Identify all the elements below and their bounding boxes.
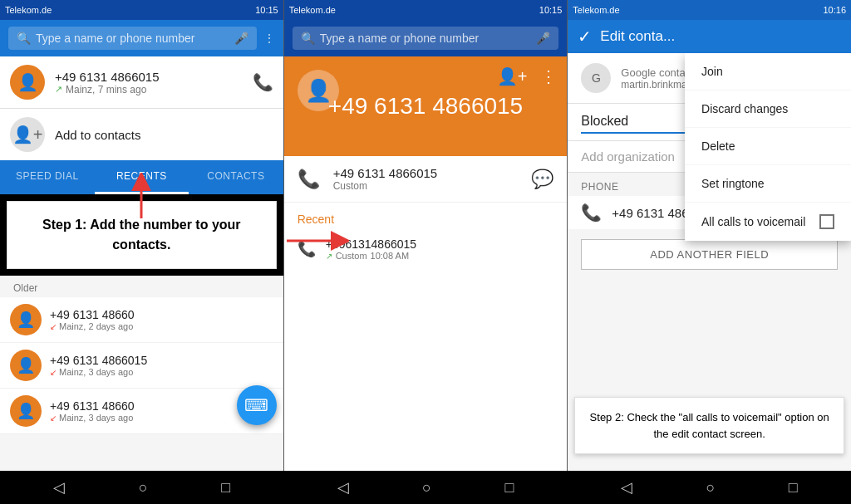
home-icon-2[interactable]: ○ <box>422 479 431 497</box>
message-icon-s2[interactable]: 💬 <box>531 169 553 190</box>
calls-list-1: Older 👤 +49 6131 48660 ↙ Mainz, 2 days a… <box>0 276 283 471</box>
call-item-2[interactable]: 👤 +49 6131 4866015 ↙ Mainz, 3 days ago <box>0 343 283 389</box>
arrow-missed-3: ↙ <box>50 413 57 423</box>
back-icon-2[interactable]: ◁ <box>337 478 349 497</box>
screen3-content: G Google contact martin.brinkmann@g... A… <box>568 53 851 471</box>
fab-dialpad[interactable]: ⌨ <box>237 385 277 425</box>
call-avatar-3: 👤 <box>10 395 42 427</box>
call-detail-1: ↙ Mainz, 2 days ago <box>50 321 273 331</box>
menu-item-delete[interactable]: Delete <box>685 128 851 165</box>
menu-item-voicemail[interactable]: All calls to voicemail <box>685 203 851 241</box>
phone-icon-s2: 📞 <box>298 169 320 190</box>
carrier-1: Telekom.de <box>5 5 52 15</box>
context-menu: Join Discard changes Delete Set ringtone… <box>685 53 851 241</box>
mic-icon-2[interactable]: 🎤 <box>536 32 550 45</box>
arrow-missed-1: ↙ <box>50 322 57 331</box>
tab-recents[interactable]: RECENTS <box>95 160 189 194</box>
more-icon-1[interactable]: ⋮ <box>263 32 275 45</box>
call-avatar-2: 👤 <box>10 350 42 381</box>
contact-location-1: ↗ Mainz, 7 mins ago <box>55 84 243 95</box>
orange-avatar: 👤 <box>298 70 339 111</box>
search-icon: 🔍 <box>17 32 31 45</box>
search-bar-1: 🔍 Type a name or phone number 🎤 ⋮ <box>0 20 283 56</box>
edit-contact-topbar: ✓ Edit conta... <box>568 20 851 53</box>
call-info-1: +49 6131 48660 ↙ Mainz, 2 days ago <box>50 308 273 331</box>
search-input-2[interactable]: 🔍 Type a name or phone number 🎤 <box>293 27 559 50</box>
tab-speed-dial[interactable]: SPEED DIAL <box>0 160 95 194</box>
add-contact-icon: 👤+ <box>10 117 45 152</box>
recent-header: Recent <box>284 203 568 231</box>
home-icon-1[interactable]: ○ <box>139 479 148 497</box>
bottom-nav-2: ◁ ○ □ <box>283 471 567 504</box>
phone-row-info: +49 6131 4866015 Custom <box>333 166 519 192</box>
add-to-contacts-row[interactable]: 👤+ Add to contacts <box>0 108 283 160</box>
status-bar-2: Telekom.de 10:15 <box>284 0 568 20</box>
phone-row-type: Custom <box>333 180 519 192</box>
orange-phone-number: +49 6131 4866015 <box>328 93 523 120</box>
phone-detail-row[interactable]: 📞 +49 6131 4866015 Custom 💬 <box>284 156 568 203</box>
search-input-1[interactable]: 🔍 Type a name or phone number 🎤 <box>8 27 257 50</box>
contact-row-preview[interactable]: 👤 +49 6131 4866015 ↗ Mainz, 7 mins ago 📞 <box>0 56 283 108</box>
add-to-contacts-label: Add to contacts <box>55 128 140 142</box>
call-avatar-1: 👤 <box>10 304 42 335</box>
arrow-recent: ↗ <box>326 252 332 261</box>
recent-call-icon: 📞 <box>298 240 316 258</box>
contact-info-1: +49 6131 4866015 ↗ Mainz, 7 mins ago <box>55 70 243 95</box>
voicemail-checkbox[interactable] <box>819 214 834 229</box>
calls-section-older: Older <box>0 276 283 297</box>
screen-3: Telekom.de 10:16 ✓ Edit conta... G Googl… <box>568 0 851 471</box>
recent-item-number: +4961314866015 <box>326 237 554 251</box>
back-icon-3[interactable]: ◁ <box>621 478 632 497</box>
search-bar-2: 🔍 Type a name or phone number 🎤 <box>284 20 568 56</box>
carrier-2: Telekom.de <box>289 5 336 15</box>
tab-contacts[interactable]: CONTACTS <box>189 160 283 194</box>
add-contact-orange-btn[interactable]: 👤+ <box>497 66 528 86</box>
call-detail-2: ↙ Mainz, 3 days ago <box>50 367 273 377</box>
check-icon[interactable]: ✓ <box>578 27 592 46</box>
status-bar-1: Telekom.de 10:15 <box>0 0 283 20</box>
carrier-3: Telekom.de <box>573 5 619 15</box>
recents-icon-3[interactable]: □ <box>789 479 798 497</box>
bottom-nav-3: ◁ ○ □ <box>568 471 851 504</box>
mic-icon[interactable]: 🎤 <box>234 32 248 45</box>
orange-contact-header: 👤 +49 6131 4866015 👤+ ⋮ <box>284 56 568 156</box>
tooltip-2: Step 2: Check the "all calls to voicemai… <box>574 397 844 454</box>
back-icon-1[interactable]: ◁ <box>53 478 65 497</box>
bottom-nav-bar: ◁ ○ □ ◁ ○ □ ◁ ○ □ <box>0 471 851 504</box>
menu-item-join[interactable]: Join <box>685 53 851 91</box>
menu-item-discard[interactable]: Discard changes <box>685 91 851 128</box>
recents-icon-2[interactable]: □ <box>504 479 514 497</box>
screen2-content: 📞 +49 6131 4866015 Custom 💬 Recent 📞 +49… <box>284 156 568 471</box>
screen1-body: 👤 +49 6131 4866015 ↗ Mainz, 7 mins ago 📞… <box>0 56 283 471</box>
call-number-2: +49 6131 4866015 <box>50 354 273 367</box>
screen-2: Telekom.de 10:15 🔍 Type a name or phone … <box>284 0 568 471</box>
home-icon-3[interactable]: ○ <box>706 479 715 497</box>
time-2: 10:15 <box>539 5 563 15</box>
status-bar-3: Telekom.de 10:16 <box>568 0 851 20</box>
phone-entry-icon: 📞 <box>581 203 602 223</box>
call-number-1: +49 6131 48660 <box>50 308 273 321</box>
add-another-field-button[interactable]: ADD ANOTHER FIELD <box>581 239 838 270</box>
call-info-2: +49 6131 4866015 ↙ Mainz, 3 days ago <box>50 354 273 377</box>
recent-call-item[interactable]: 📞 +4961314866015 ↗ Custom 10:08 AM <box>284 231 568 267</box>
call-button-1[interactable]: 📞 <box>253 72 273 92</box>
edit-contact-title: Edit conta... <box>600 28 841 45</box>
screen-1: Telekom.de 10:15 🔍 Type a name or phone … <box>0 0 283 471</box>
search-placeholder-2: Type a name or phone number <box>320 32 532 45</box>
call-item-1[interactable]: 👤 +49 6131 48660 ↙ Mainz, 2 days ago <box>0 297 283 343</box>
contact-number-1: +49 6131 4866015 <box>55 70 243 84</box>
time-3: 10:16 <box>823 5 846 15</box>
recents-icon-1[interactable]: □ <box>221 479 230 497</box>
recent-item-info: +4961314866015 ↗ Custom 10:08 AM <box>326 237 554 261</box>
search-placeholder-1: Type a name or phone number <box>36 32 229 45</box>
contact-avatar-1: 👤 <box>10 65 45 100</box>
arrow-missed-2: ↙ <box>50 368 57 377</box>
search-icon-2: 🔍 <box>301 32 315 45</box>
tooltip-1: Step 1: Add the number to your contacts. <box>7 201 277 269</box>
more-options-orange-btn[interactable]: ⋮ <box>540 66 557 86</box>
menu-item-ringtone[interactable]: Set ringtone <box>685 165 851 203</box>
call-arrow-up: ↗ <box>55 84 62 95</box>
bottom-nav-1: ◁ ○ □ <box>0 471 283 504</box>
recent-item-detail: ↗ Custom 10:08 AM <box>326 251 554 261</box>
time-1: 10:15 <box>255 5 278 15</box>
